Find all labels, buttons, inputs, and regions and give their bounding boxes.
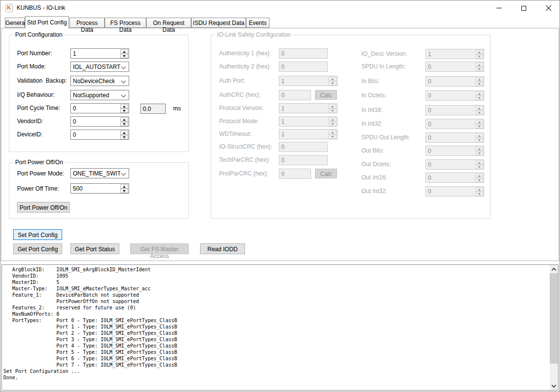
scroll-down-icon[interactable] [550, 382, 558, 390]
group-port-configuration: Port Configuration Port Number: 1 Port M… [9, 35, 189, 152]
io-structcrc-input: 0 [279, 142, 328, 152]
spin-up-icon[interactable] [120, 49, 128, 54]
port-number-label: Port Number: [17, 50, 52, 57]
port-mode-select[interactable]: IOL_AUTOSTART [70, 62, 129, 72]
spinner-value[interactable]: 0 [73, 131, 76, 138]
power-off-time-spinner[interactable]: 500 [70, 183, 129, 194]
spin-up-icon[interactable] [120, 184, 128, 189]
tab-fs-process-data[interactable]: FS Process Data [105, 18, 146, 28]
spin-down-icon [475, 138, 483, 142]
spin-down-icon[interactable] [120, 135, 128, 139]
set-port-config-button[interactable]: Set Port Config [13, 229, 62, 240]
spinner-value: 0 [428, 134, 431, 141]
iq-behaviour-select[interactable]: NotSupported [70, 90, 129, 100]
spin-up-icon[interactable] [120, 131, 128, 135]
protocol-mode-spinner: 1 [279, 116, 337, 127]
spinner-value: 1 [428, 51, 431, 58]
titlebar[interactable]: K KUNBUS - IO-Link [0, 0, 560, 16]
window: K KUNBUS - IO-Link General Std Port Conf… [0, 0, 560, 392]
console-scrollbar[interactable] [550, 265, 558, 390]
spinner-buttons [475, 63, 483, 71]
spin-up-icon [475, 120, 483, 124]
spinner-buttons [120, 131, 128, 139]
spin-up-icon [475, 91, 483, 96]
spin-up-icon[interactable] [120, 104, 128, 109]
minimize-button[interactable] [488, 0, 510, 16]
spin-down-icon[interactable] [120, 109, 128, 113]
get-port-status-button[interactable]: Get Port Status [70, 243, 119, 254]
spinner-buttons [329, 130, 336, 139]
tab-general[interactable]: General [5, 18, 25, 28]
group-title: IO-Link Safety Configuration [215, 31, 293, 38]
spdu-out-length-spinner: 0 [426, 132, 484, 143]
tab-isdu-request-data[interactable]: ISDU Request Data [191, 18, 246, 28]
out-bits-label: Out Bits: [361, 147, 384, 154]
spin-up-icon [475, 187, 483, 192]
device-id-spinner[interactable]: 0 [70, 130, 129, 140]
spdu-in-length-spinner: 0 [426, 62, 484, 72]
tab-process-data[interactable]: Process Data [69, 18, 105, 28]
spdu-in-length-label: SPDU In Length: [361, 63, 405, 70]
spin-down-icon [475, 67, 483, 71]
spin-up-icon [475, 50, 483, 54]
spin-up-icon[interactable] [120, 117, 128, 122]
authenticity2-input: 0 [279, 62, 328, 72]
console-output[interactable]: ArgBlockID: IOLM_SMI_eArgBlockID_MasterI… [1, 264, 559, 391]
console-text: ArgBlockID: IOLM_SMI_eArgBlockID_MasterI… [2, 265, 558, 381]
out-bits-spinner: 0 [426, 146, 484, 156]
out-octets-spinner: 0 [426, 159, 484, 170]
port-power-mode-select[interactable]: ONE_TIME_SWITCI [70, 168, 129, 178]
tab-events[interactable]: Events [246, 18, 269, 28]
spinner-value[interactable]: 0 [73, 118, 76, 125]
spin-down-icon [475, 124, 483, 129]
spinner-buttons [475, 187, 483, 196]
authenticity2-label: Authenticity 2 (hex): [219, 63, 271, 70]
close-button[interactable] [537, 0, 560, 16]
authenticity1-input: 0 [279, 48, 328, 59]
get-port-config-button[interactable]: Get Port Config [13, 243, 62, 254]
read-iodd-button[interactable]: Read IODD [200, 243, 245, 254]
spinner-value: 1 [281, 78, 285, 85]
validation-backup-select[interactable]: NoDeviceCheck [70, 76, 129, 86]
auth-port-spinner: 1 [279, 76, 337, 86]
port-power-offon-button[interactable]: Port Power Off/On [17, 202, 70, 213]
spinner-buttons [329, 104, 336, 113]
ms-unit-label: ms [173, 105, 181, 112]
spinner-value: 0 [428, 92, 431, 99]
spin-down-icon [475, 192, 483, 196]
spinner-buttons [475, 77, 483, 86]
protparcrc-input: 0 [279, 169, 311, 179]
spin-down-icon[interactable] [120, 122, 128, 126]
spinner-value: 1 [281, 131, 285, 138]
spinner-value[interactable]: 0 [73, 105, 76, 112]
tab-std-port-config[interactable]: Std Port Config [25, 16, 69, 28]
port-number-spinner[interactable]: 1 [70, 48, 129, 59]
port-cycle-time-spinner[interactable]: 0 [70, 103, 129, 113]
spinner-buttons [120, 49, 128, 58]
vendor-id-spinner[interactable]: 0 [70, 116, 129, 127]
spinner-value[interactable]: 1 [73, 50, 76, 57]
spinner-buttons [475, 120, 483, 129]
scrollbar-thumb[interactable] [550, 273, 558, 364]
out-int32-spinner: 0 [426, 186, 484, 196]
spinner-value[interactable]: 500 [73, 185, 83, 192]
port-cycle-time-label: Port Cycle Time: [17, 105, 60, 111]
io-structcrc-label: IO-StructCRC (hex): [219, 143, 272, 150]
spinner-value: 0 [428, 121, 431, 128]
spin-up-icon [475, 63, 483, 67]
spin-down-icon [475, 54, 483, 59]
tab-on-request-data[interactable]: On Request Data [146, 18, 191, 28]
spin-up-icon [475, 106, 483, 110]
spinner-buttons [329, 117, 336, 126]
group-title: Port Configuration [13, 31, 65, 38]
spin-down-icon [475, 165, 483, 169]
spin-down-icon[interactable] [120, 54, 128, 58]
in-int16-spinner: 0 [426, 105, 484, 115]
io-desc-version-spinner: 1 [426, 49, 484, 59]
scroll-up-icon[interactable] [550, 265, 558, 273]
spin-down-icon[interactable] [120, 189, 128, 193]
in-octets-label: In Octets: [361, 92, 386, 99]
authenticity1-label: Authenticity 1 (hex): [219, 50, 271, 57]
cycle-time-ms-display: 0.0 [140, 104, 166, 114]
maximize-button[interactable] [513, 0, 535, 16]
